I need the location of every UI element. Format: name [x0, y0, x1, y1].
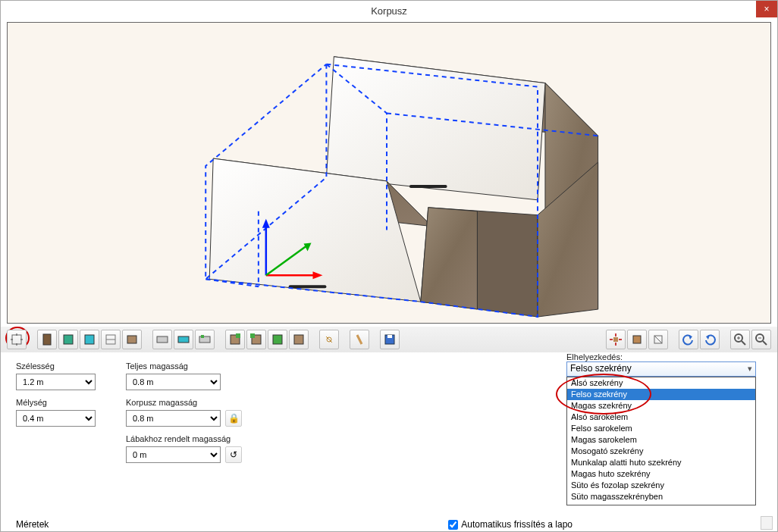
- placement-option[interactable]: Fozolap szekrény: [567, 502, 755, 505]
- title-bar: Korpusz ×: [1, 1, 777, 20]
- tool-shelf-3-button[interactable]: [268, 330, 287, 349]
- tool-door-5-button[interactable]: [122, 330, 142, 349]
- full-height-input[interactable]: 0.8 m: [126, 374, 221, 390]
- auto-update-label: Automatikus frissítés a lapo: [461, 519, 573, 530]
- tool-dimensions-button[interactable]: [7, 330, 27, 349]
- reset-icon: ↺: [230, 449, 237, 460]
- placement-option[interactable]: Mosogató szekrény: [567, 446, 755, 457]
- close-icon: ×: [764, 4, 769, 14]
- svg-rect-27: [201, 335, 204, 338]
- tool-divider-button[interactable]: [350, 330, 369, 349]
- tool-drawer-1-button[interactable]: [152, 330, 172, 349]
- main-toolbar: [1, 327, 777, 352]
- svg-rect-24: [157, 336, 168, 343]
- cabinet-3d-render: [8, 23, 770, 323]
- lock-height-button[interactable]: 🔒: [225, 410, 242, 427]
- window-title: Korpusz: [371, 5, 407, 17]
- tool-door-3-button[interactable]: [80, 330, 99, 349]
- svg-rect-19: [64, 335, 73, 344]
- svg-rect-17: [12, 335, 21, 344]
- full-height-label: Teljes magasság: [126, 361, 242, 371]
- svg-rect-25: [178, 336, 189, 343]
- scroll-stub[interactable]: [761, 516, 773, 530]
- svg-rect-23: [127, 336, 136, 343]
- tool-handles-button[interactable]: [319, 330, 339, 349]
- viewport-3d[interactable]: [7, 22, 771, 324]
- tool-position-button[interactable]: [627, 330, 647, 349]
- svg-rect-33: [294, 335, 303, 344]
- svg-marker-8: [421, 208, 478, 309]
- auto-update-row[interactable]: Automatikus frissítés a lapo: [448, 519, 573, 530]
- svg-rect-31: [250, 333, 255, 338]
- tool-drawer-3-button[interactable]: [195, 330, 215, 349]
- tool-shelf-4-button[interactable]: [289, 330, 309, 349]
- properties-panel: Szélesség 1.2 m Mélység 0.4 m Teljes mag…: [1, 352, 777, 469]
- placement-option[interactable]: Süto magasszekrényben: [567, 491, 755, 502]
- svg-line-44: [742, 341, 745, 345]
- placement-option[interactable]: Munkalap alatti huto szekrény: [567, 457, 755, 468]
- lock-icon: 🔒: [228, 413, 240, 424]
- width-input[interactable]: 1.2 m: [16, 374, 96, 390]
- svg-rect-37: [387, 335, 392, 338]
- tool-door-1-button[interactable]: [37, 330, 57, 349]
- tool-zoom-in-button[interactable]: [730, 330, 750, 349]
- placement-option[interactable]: Magas huto szekrény: [567, 468, 755, 480]
- korpus-height-input[interactable]: 0.8 m: [126, 410, 221, 427]
- svg-rect-29: [236, 333, 240, 338]
- tool-door-4-button[interactable]: [101, 330, 121, 349]
- tool-orientation-button[interactable]: [648, 330, 668, 349]
- svg-rect-20: [85, 335, 94, 344]
- svg-rect-9: [409, 185, 447, 188]
- tool-move-button[interactable]: [606, 330, 626, 349]
- svg-line-48: [763, 341, 767, 345]
- close-button[interactable]: ×: [756, 1, 777, 17]
- svg-rect-39: [633, 336, 641, 343]
- tool-door-2-button[interactable]: [58, 330, 78, 349]
- leg-height-input[interactable]: 0 m: [126, 446, 221, 463]
- leg-height-label: Lábakhoz rendelt magasság: [126, 434, 242, 443]
- reset-leg-button[interactable]: ↺: [225, 446, 242, 463]
- tool-drawer-2-button[interactable]: [174, 330, 193, 349]
- width-label: Szélesség: [16, 361, 96, 371]
- korpus-height-label: Korpusz magasság: [126, 398, 242, 407]
- placement-label: Elhelyezkedés:: [566, 352, 758, 361]
- svg-rect-18: [43, 334, 51, 345]
- svg-rect-32: [273, 335, 282, 344]
- tool-undo-button[interactable]: [679, 330, 698, 349]
- tool-redo-button[interactable]: [700, 330, 720, 349]
- tool-shelf-1-button[interactable]: [225, 330, 245, 349]
- highlight-circle-placement: [556, 374, 651, 415]
- section-label: Méretek: [16, 519, 49, 530]
- depth-input[interactable]: 0.4 m: [16, 410, 96, 427]
- svg-rect-10: [289, 285, 327, 288]
- auto-update-checkbox[interactable]: [448, 520, 458, 530]
- svg-rect-38: [613, 337, 618, 342]
- status-bar: Méretek Automatikus frissítés a lapo: [16, 519, 762, 530]
- tool-save-button[interactable]: [380, 330, 400, 349]
- depth-label: Mélység: [16, 398, 96, 407]
- placement-option[interactable]: Felso sarokelem: [567, 423, 755, 434]
- tool-zoom-out-button[interactable]: [751, 330, 771, 349]
- placement-option[interactable]: Süto és fozolap szekrény: [567, 480, 755, 491]
- tool-shelf-2-button[interactable]: [246, 330, 266, 349]
- placement-option[interactable]: Magas sarokelem: [567, 434, 755, 446]
